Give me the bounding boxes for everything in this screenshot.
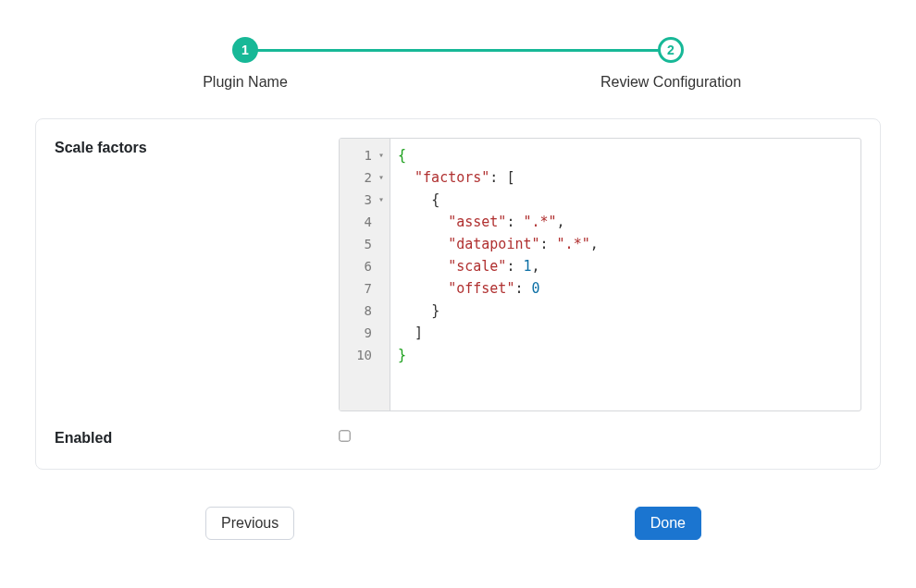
step-1-label: Plugin Name	[203, 74, 288, 91]
previous-button[interactable]: Previous	[205, 507, 294, 540]
enabled-field	[339, 429, 861, 446]
enabled-label: Enabled	[55, 428, 339, 447]
done-button[interactable]: Done	[635, 507, 701, 540]
gutter-line: 5	[340, 233, 390, 255]
gutter-line: 7	[340, 277, 390, 300]
gutter-line: 6	[340, 255, 390, 277]
enabled-row: Enabled	[55, 428, 861, 447]
step-2-number: 2	[667, 43, 675, 57]
step-1-number: 1	[241, 43, 249, 57]
enabled-checkbox[interactable]	[339, 430, 350, 441]
gutter-line: 8	[340, 300, 390, 322]
config-card: Scale factors 1▾2▾3▾4 5 6 7 8 9 10 { "fa…	[35, 118, 881, 470]
step-1[interactable]: 1 Plugin Name	[32, 37, 458, 91]
step-2[interactable]: 2 Review Configuration	[458, 37, 884, 91]
fold-icon[interactable]: ▾	[375, 189, 384, 211]
code-editor[interactable]: 1▾2▾3▾4 5 6 7 8 9 10 { "factors": [ { "a…	[339, 138, 861, 411]
scale-factors-label: Scale factors	[55, 138, 339, 156]
code-gutter: 1▾2▾3▾4 5 6 7 8 9 10	[340, 139, 390, 410]
step-1-circle: 1	[232, 37, 258, 63]
gutter-line: 9	[340, 322, 390, 344]
gutter-line: 10	[340, 344, 390, 366]
step-connector	[245, 49, 671, 52]
scale-factors-row: Scale factors 1▾2▾3▾4 5 6 7 8 9 10 { "fa…	[55, 138, 861, 411]
step-2-circle: 2	[658, 37, 684, 63]
gutter-line: 2▾	[340, 166, 390, 189]
gutter-line: 3▾	[340, 189, 390, 211]
step-2-label: Review Configuration	[600, 74, 741, 91]
gutter-line: 4	[340, 211, 390, 233]
code-content[interactable]: { "factors": [ { "asset": ".*", "datapoi…	[390, 139, 606, 410]
fold-icon[interactable]: ▾	[375, 166, 384, 189]
scale-factors-field: 1▾2▾3▾4 5 6 7 8 9 10 { "factors": [ { "a…	[339, 138, 861, 411]
gutter-line: 1▾	[340, 144, 390, 166]
wizard-footer: Previous Done	[0, 503, 916, 544]
wizard-stepper: 1 Plugin Name 2 Review Configuration	[0, 0, 916, 118]
fold-icon[interactable]: ▾	[375, 144, 384, 166]
